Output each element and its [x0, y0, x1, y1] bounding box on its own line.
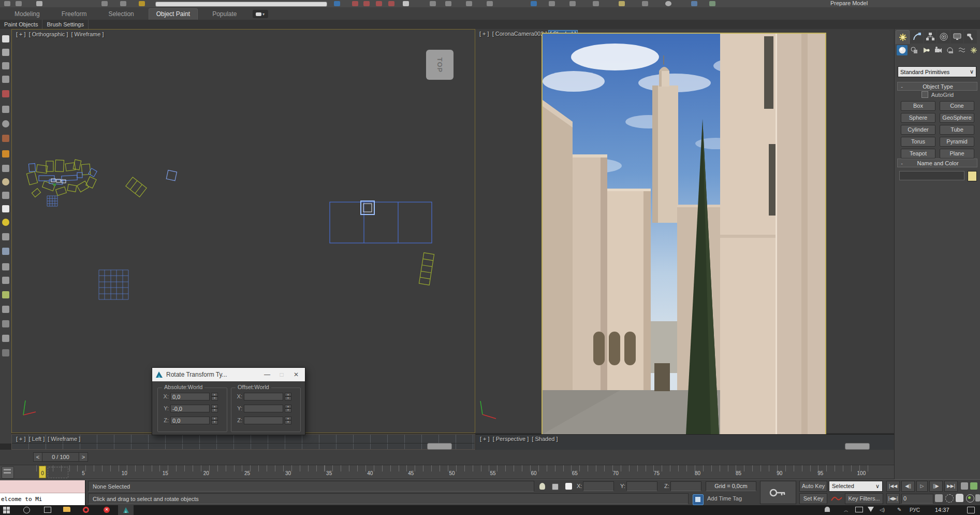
rect-tool-icon[interactable]	[2, 192, 9, 199]
dialog-titlebar[interactable]: Rotate Transform Ty... — □ ✕	[152, 368, 305, 381]
go-to-end-button[interactable]: ▶▶|	[944, 481, 958, 492]
next-frame-button[interactable]: ||▶	[929, 481, 943, 492]
dots-pattern-icon[interactable]	[2, 248, 9, 255]
y-coordinate-field[interactable]	[626, 481, 657, 491]
tab-selection[interactable]: Selection	[101, 9, 141, 20]
undo-icon[interactable]	[4, 1, 10, 6]
set-keys-button[interactable]	[760, 481, 796, 504]
snap-25d-icon[interactable]	[363, 1, 370, 6]
selection-lock-icon[interactable]	[552, 483, 559, 490]
start-button[interactable]	[3, 507, 10, 513]
notification-center-icon[interactable]	[967, 507, 975, 513]
selection-set-field[interactable]	[155, 2, 327, 7]
foliage-icon[interactable]	[2, 291, 9, 298]
tab-freeform[interactable]: Freeform	[54, 9, 94, 20]
orange-swatch-icon[interactable]	[2, 150, 9, 158]
selection-set-dropdown[interactable]: Selected ∨	[829, 481, 883, 492]
track-bar[interactable]: 0510152025303540455055606570758085909510…	[0, 465, 894, 479]
task-view-icon[interactable]	[44, 507, 51, 513]
spinner[interactable]: ▲▼	[211, 417, 218, 424]
paint-red-icon[interactable]	[2, 90, 9, 97]
wifi-icon[interactable]	[868, 507, 874, 512]
spinner[interactable]: ▲▼	[285, 417, 291, 424]
key-mode-curve-icon[interactable]	[830, 494, 843, 503]
selected-object[interactable]	[361, 201, 374, 214]
auto-key-button[interactable]: Auto Key	[799, 481, 827, 492]
absolute-z-field[interactable]: 0,0	[170, 417, 210, 424]
unlink-icon[interactable]	[120, 1, 126, 6]
ellipse-tool-icon[interactable]	[2, 178, 9, 185]
primitive-button[interactable]: GeoSphere	[940, 113, 974, 123]
time-tag-cube-icon[interactable]	[693, 494, 704, 505]
primitive-button[interactable]: Torus	[901, 137, 935, 147]
primitive-button[interactable]: Pyramid	[940, 137, 974, 147]
search-icon[interactable]	[23, 507, 30, 513]
schematic-view-icon[interactable]	[549, 1, 555, 6]
maximize-viewport-icon[interactable]	[975, 494, 980, 502]
tool-icon[interactable]	[2, 106, 9, 113]
viewport-left[interactable]: [ + ] [ Left ] [ Wireframe ]	[11, 434, 475, 450]
ribbon-overflow-button[interactable]: ▾	[253, 10, 268, 18]
primitives-dropdown[interactable]: Standard Primitives ∨	[898, 66, 976, 77]
render-setup-icon[interactable]	[593, 1, 599, 6]
bind-spacewarp-icon[interactable]	[139, 1, 145, 6]
primitive-button[interactable]: Box	[901, 101, 935, 111]
material-editor-icon[interactable]	[569, 1, 576, 6]
minimize-icon[interactable]: —	[261, 371, 273, 378]
region-select-icon[interactable]	[945, 494, 954, 503]
maxscript-mini-listener[interactable]: elcome to Mi	[0, 480, 86, 505]
isolate-icon[interactable]	[961, 482, 968, 490]
ink-pen-icon[interactable]: ✎	[897, 507, 901, 512]
listener-macro-line[interactable]	[0, 480, 85, 493]
curve-editor-icon[interactable]	[531, 1, 537, 6]
page-icon[interactable]	[2, 205, 9, 212]
spinner[interactable]: ▲▼	[285, 393, 291, 400]
offset-y-field[interactable]	[244, 405, 283, 412]
subtab-paint-objects[interactable]: Paint Objects	[0, 20, 42, 29]
close-icon[interactable]: ✕	[290, 371, 302, 378]
select-object-icon[interactable]	[334, 1, 340, 6]
civil-view-icon[interactable]	[691, 1, 697, 6]
add-time-tag[interactable]: Add Time Tag	[707, 493, 742, 504]
isolate-selection-icon[interactable]	[539, 483, 545, 490]
viewport-menu-view[interactable]: [ CoronaCamera002 ]	[492, 31, 547, 37]
viewport-menu-shading[interactable]: [ Wireframe ]	[71, 31, 104, 37]
current-frame-field[interactable]: 0	[901, 494, 933, 504]
viewport-splitter-handle[interactable]	[845, 443, 870, 450]
frame-counter[interactable]: 0 / 100	[42, 452, 79, 462]
people-icon[interactable]	[825, 507, 830, 512]
category-shapes-icon[interactable]	[909, 45, 919, 55]
viewport-menu-plus[interactable]: [ + ]	[16, 436, 26, 442]
keyboard-override-icon[interactable]	[403, 1, 409, 6]
tab-modeling[interactable]: Modeling	[7, 9, 47, 20]
listener-output-line[interactable]: elcome to Mi	[0, 493, 85, 505]
render-frame-icon[interactable]	[619, 1, 625, 6]
display-tray-icon[interactable]	[855, 507, 863, 512]
render-icon[interactable]	[642, 1, 648, 6]
spinner[interactable]: ▲▼	[285, 405, 291, 412]
sun-icon[interactable]	[2, 219, 9, 226]
layout-icon[interactable]	[2, 76, 9, 83]
z-coordinate-field[interactable]	[670, 481, 701, 491]
redo-icon[interactable]	[16, 1, 22, 6]
category-lights-icon[interactable]	[920, 45, 931, 55]
x-coordinate-field[interactable]	[583, 481, 614, 491]
collapse-icon[interactable]: -	[898, 160, 906, 166]
primitive-button[interactable]: Cone	[940, 101, 974, 111]
time-configuration-icon[interactable]	[935, 494, 943, 502]
angle-snap-icon[interactable]	[388, 1, 394, 6]
absolute-y-field[interactable]: -0,0	[170, 405, 210, 412]
previous-frame-button[interactable]: ◀||	[901, 481, 915, 492]
language-indicator[interactable]: РУС	[910, 507, 920, 513]
tool4-icon[interactable]	[2, 306, 9, 313]
tab-object-paint[interactable]: Object Paint	[149, 8, 198, 20]
shape-icon[interactable]	[2, 165, 9, 172]
tab-modify-icon[interactable]	[910, 30, 923, 44]
file-explorer-icon[interactable]	[63, 507, 70, 512]
viewport-menu-shading[interactable]: [ Shaded ]	[532, 436, 558, 442]
panel-icon[interactable]	[2, 49, 9, 56]
go-to-start-button[interactable]: |◀◀	[886, 481, 900, 492]
tool7-icon[interactable]	[2, 349, 9, 356]
category-helpers-icon[interactable]	[944, 45, 955, 55]
viewport-menu-plus[interactable]: [ + ]	[16, 31, 26, 37]
